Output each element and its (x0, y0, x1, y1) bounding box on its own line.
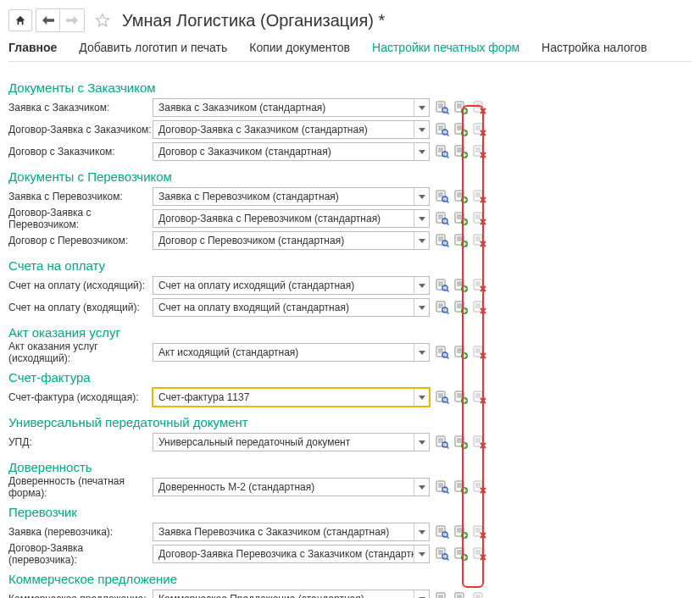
dropdown[interactable]: Счет на оплату входящий (стандартная) (153, 298, 430, 317)
dropdown[interactable]: Договор-Заявка с Заказчиком (стандартная… (153, 120, 430, 139)
svg-line-195 (447, 446, 449, 449)
tab-4[interactable]: Настройка налогов (542, 41, 647, 58)
delete-icon[interactable] (472, 300, 487, 315)
dropdown[interactable]: Договор с Заказчиком (стандартная) (153, 142, 430, 161)
add-icon[interactable] (453, 189, 469, 204)
tab-2[interactable]: Копии документов (249, 41, 350, 58)
delete-icon[interactable] (472, 122, 487, 137)
tab-3[interactable]: Настройки печатных форм (372, 41, 519, 58)
preview-icon[interactable] (435, 435, 450, 450)
svg-rect-165 (474, 346, 482, 357)
field-label: Договор-Заявка с Заказчиком: (8, 124, 153, 136)
preview-icon[interactable] (435, 122, 450, 137)
add-icon[interactable] (453, 144, 469, 159)
dropdown[interactable]: Акт исходящий (стандартная) (153, 343, 430, 362)
delete-icon[interactable] (472, 100, 487, 115)
preview-icon[interactable] (435, 479, 450, 495)
row-icons (435, 278, 487, 293)
delete-icon[interactable] (472, 524, 487, 540)
svg-rect-70 (474, 191, 482, 201)
preview-icon[interactable] (435, 591, 450, 598)
dropdown[interactable]: Договор-Заявка с Перевозчиком (стандартн… (153, 209, 430, 228)
field-label: Заявка (перевозчика): (8, 526, 153, 538)
add-icon[interactable] (453, 591, 469, 598)
dropdown[interactable]: Заявка с Перевозчиком (стандартная) (153, 187, 430, 206)
svg-rect-51 (474, 146, 482, 156)
back-button[interactable] (36, 9, 60, 31)
preview-icon[interactable] (435, 345, 450, 360)
field-label: Доверенность (печатная форма): (8, 475, 153, 499)
dropdown-value: Договор-Заявка с Перевозчиком (стандартн… (153, 213, 414, 224)
delete-icon[interactable] (472, 479, 487, 495)
svg-rect-76 (436, 213, 445, 223)
dropdown[interactable]: Заявка Перевозчика с Заказчиком (стандар… (153, 523, 430, 541)
dropdown[interactable]: Счет-фактура 1137 (153, 388, 430, 407)
form-row: Коммерческое предложение:Коммерческое Пр… (8, 590, 692, 598)
form-row: Заявка с Заказчиком:Заявка с Заказчиком … (8, 98, 692, 117)
dropdown[interactable]: Счет на оплату исходящий (стандартная) (153, 276, 430, 295)
preview-icon[interactable] (435, 100, 450, 115)
add-icon[interactable] (453, 100, 469, 115)
forward-button[interactable] (60, 9, 84, 31)
row-icons (435, 122, 487, 137)
preview-icon[interactable] (435, 233, 450, 248)
add-icon[interactable] (453, 122, 469, 137)
preview-icon[interactable] (435, 546, 450, 562)
chevron-down-icon (414, 545, 429, 562)
field-label: Договор с Перевозчиком: (8, 235, 153, 246)
home-button[interactable] (8, 9, 32, 31)
delete-icon[interactable] (472, 390, 487, 405)
form-row: Договор-Заявка с Заказчиком:Договор-Заяв… (8, 120, 692, 139)
svg-rect-247 (436, 548, 445, 558)
dropdown-value: Доверенность М-2 (стандартная) (153, 481, 414, 493)
delete-icon[interactable] (472, 435, 487, 450)
section-title: Документы с Заказчиком (8, 80, 692, 95)
preview-icon[interactable] (435, 211, 450, 226)
preview-icon[interactable] (435, 189, 450, 204)
delete-icon[interactable] (472, 546, 487, 562)
svg-rect-190 (436, 436, 445, 446)
preview-icon[interactable] (435, 390, 450, 405)
add-icon[interactable] (453, 390, 469, 405)
preview-icon[interactable] (435, 524, 450, 540)
add-icon[interactable] (453, 211, 469, 226)
svg-rect-32 (474, 124, 482, 134)
delete-icon[interactable] (472, 345, 487, 360)
add-icon[interactable] (453, 345, 469, 360)
add-icon[interactable] (453, 524, 469, 540)
dropdown[interactable]: Договор с Перевозчиком (стандартная) (153, 231, 430, 250)
delete-icon[interactable] (472, 189, 487, 204)
delete-icon[interactable] (472, 211, 487, 226)
delete-icon[interactable] (472, 591, 487, 598)
preview-icon[interactable] (435, 300, 450, 315)
preview-icon[interactable] (435, 144, 450, 159)
tab-1[interactable]: Добавить логотип и печать (79, 41, 227, 58)
add-icon[interactable] (453, 479, 469, 495)
tab-0[interactable]: Главное (8, 41, 57, 58)
row-icons (435, 435, 487, 450)
delete-icon[interactable] (472, 233, 487, 248)
add-icon[interactable] (453, 300, 469, 315)
dropdown[interactable]: Заявка с Заказчиком (стандартная) (153, 98, 430, 117)
field-label: Коммерческое предложение: (8, 593, 153, 598)
dropdown[interactable]: Договор-Заявка Перевозчика с Заказчиком … (153, 545, 430, 563)
dropdown[interactable]: Доверенность М-2 (стандартная) (153, 478, 430, 496)
svg-rect-260 (474, 548, 482, 558)
preview-icon[interactable] (435, 278, 450, 293)
form-row: Договор-Заявка с Перевозчиком:Договор-За… (8, 209, 692, 228)
svg-line-62 (447, 201, 449, 203)
chevron-down-icon (414, 299, 429, 316)
delete-icon[interactable] (472, 278, 487, 293)
favorite-button[interactable] (92, 9, 114, 31)
dropdown[interactable]: Коммерческое Предложение (стандартная) (153, 590, 430, 598)
add-icon[interactable] (453, 546, 469, 562)
add-icon[interactable] (453, 233, 469, 248)
dropdown-value: Заявка Перевозчика с Заказчиком (стандар… (153, 526, 414, 538)
dropdown-value: Счет на оплату исходящий (стандартная) (153, 280, 414, 291)
add-icon[interactable] (453, 435, 469, 450)
svg-rect-38 (436, 146, 445, 156)
dropdown[interactable]: Универсальный передаточный документ (153, 433, 430, 451)
delete-icon[interactable] (472, 144, 487, 159)
add-icon[interactable] (453, 278, 469, 293)
dropdown-value: Счет на оплату входящий (стандартная) (153, 302, 414, 313)
